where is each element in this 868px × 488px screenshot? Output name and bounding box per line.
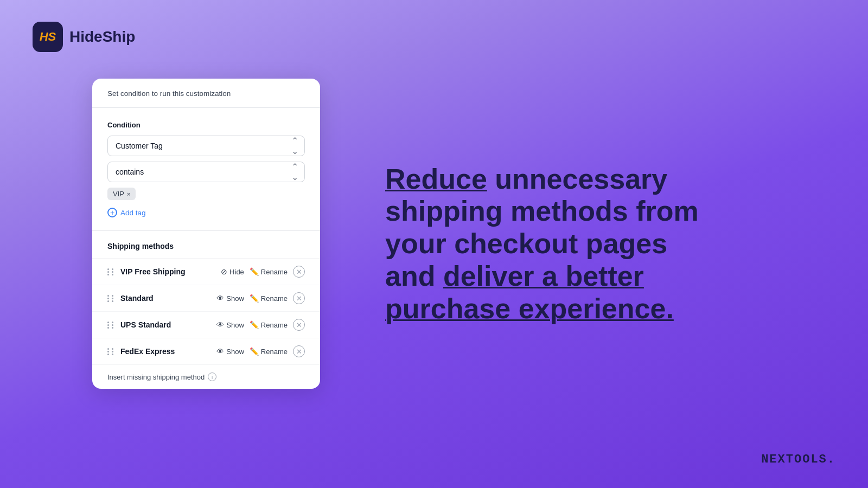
show-label-standard: Show: [226, 294, 244, 303]
remove-icon-fedex: ✕: [296, 348, 302, 356]
remove-icon-standard: ✕: [296, 294, 302, 303]
hide-label-vip: Hide: [229, 268, 244, 276]
drag-handle-standard[interactable]: [107, 295, 115, 302]
show-icon-ups: 👁: [216, 320, 224, 329]
rename-icon-fedex: ✏️: [250, 347, 259, 356]
card-header-title: Set condition to run this customization: [107, 89, 305, 98]
rename-label-standard: Rename: [261, 294, 288, 303]
hide-button-vip[interactable]: ⊘ Hide: [221, 267, 244, 276]
show-button-ups[interactable]: 👁 Show: [216, 320, 244, 329]
rename-icon-vip: ✏️: [250, 267, 259, 276]
remove-icon-vip: ✕: [296, 268, 302, 276]
rename-button-vip[interactable]: ✏️ Rename: [250, 267, 288, 276]
tags-row: VIP ×: [107, 188, 305, 200]
hero-reduce: Reduce: [385, 163, 487, 195]
nextools-label: NEXTOOLS.: [761, 453, 835, 466]
info-icon: i: [208, 373, 216, 381]
shipping-row-ups: UPS Standard 👁 Show ✏️ Rename ✕: [92, 311, 320, 338]
shipping-name-standard: Standard: [120, 294, 211, 303]
show-button-standard[interactable]: 👁 Show: [216, 294, 244, 303]
app-name: HideShip: [69, 28, 135, 46]
shipping-name-ups: UPS Standard: [120, 320, 211, 329]
rename-label-ups: Rename: [261, 321, 288, 329]
condition-section: Condition Customer Tag ⌃ ⌄ contains ⌃ ⌄: [92, 108, 320, 231]
left-panel: HS HideShip Set condition to run this cu…: [0, 0, 353, 488]
insert-missing-row: Insert missing shipping method i: [92, 364, 320, 389]
remove-icon-ups: ✕: [296, 321, 302, 329]
add-tag-button[interactable]: + Add tag: [107, 208, 146, 217]
condition-type-wrapper[interactable]: Customer Tag ⌃ ⌄: [107, 136, 305, 156]
right-panel: Reduce unnecessaryshipping methods fromy…: [353, 0, 868, 488]
hide-icon-vip: ⊘: [221, 267, 227, 276]
drag-handle-fedex[interactable]: [107, 348, 115, 355]
rename-label-fedex: Rename: [261, 348, 288, 356]
tag-vip: VIP ×: [107, 188, 136, 200]
remove-button-vip[interactable]: ✕: [293, 266, 305, 278]
card-header: Set condition to run this customization: [92, 79, 320, 108]
shipping-row-standard: Standard 👁 Show ✏️ Rename ✕: [92, 285, 320, 311]
shipping-name-vip: VIP Free Shipping: [120, 267, 215, 276]
shipping-row-vip: VIP Free Shipping ⊘ Hide ✏️ Rename ✕: [92, 258, 320, 285]
insert-missing-label: Insert missing shipping method: [107, 373, 205, 381]
shipping-name-fedex: FedEx Express: [120, 347, 211, 356]
rename-button-fedex[interactable]: ✏️ Rename: [250, 347, 288, 356]
logo-icon: HS: [33, 22, 63, 52]
remove-button-fedex[interactable]: ✕: [293, 345, 305, 357]
rename-label-vip: Rename: [261, 268, 288, 276]
rename-icon-ups: ✏️: [250, 320, 259, 329]
shipping-section-title: Shipping methods: [92, 242, 320, 258]
add-tag-icon: +: [107, 208, 117, 217]
condition-operator-select[interactable]: contains: [107, 162, 305, 182]
tag-vip-close[interactable]: ×: [127, 191, 130, 197]
page-wrapper: HS HideShip Set condition to run this cu…: [0, 0, 868, 488]
drag-handle-vip[interactable]: [107, 268, 115, 275]
logo-area: HS HideShip: [33, 22, 135, 52]
show-button-fedex[interactable]: 👁 Show: [216, 347, 244, 356]
rename-icon-standard: ✏️: [250, 294, 259, 303]
shipping-section: Shipping methods VIP Free Shipping ⊘ Hid…: [92, 231, 320, 389]
hero-text: Reduce unnecessaryshipping methods fromy…: [385, 163, 700, 325]
shipping-row-fedex: FedEx Express 👁 Show ✏️ Rename ✕: [92, 338, 320, 364]
show-label-ups: Show: [226, 321, 244, 329]
show-label-fedex: Show: [226, 348, 244, 356]
show-icon-fedex: 👁: [216, 347, 224, 356]
show-icon-standard: 👁: [216, 294, 224, 303]
remove-button-ups[interactable]: ✕: [293, 319, 305, 331]
add-tag-label: Add tag: [120, 209, 146, 217]
drag-handle-ups[interactable]: [107, 322, 115, 329]
condition-type-select[interactable]: Customer Tag: [107, 136, 305, 156]
remove-button-standard[interactable]: ✕: [293, 292, 305, 304]
condition-label: Condition: [107, 121, 305, 129]
nextools-logo: NEXTOOLS.: [761, 453, 835, 466]
tag-vip-label: VIP: [113, 190, 124, 198]
rename-button-standard[interactable]: ✏️ Rename: [250, 294, 288, 303]
condition-card: Set condition to run this customization …: [92, 79, 320, 389]
condition-operator-wrapper[interactable]: contains ⌃ ⌄: [107, 162, 305, 182]
rename-button-ups[interactable]: ✏️ Rename: [250, 320, 288, 329]
